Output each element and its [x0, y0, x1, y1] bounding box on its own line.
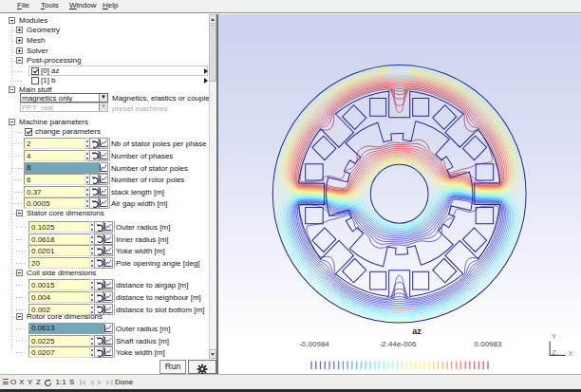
svg-text:-2.44e-006: -2.44e-006 — [380, 340, 417, 348]
svg-text:Y: Y — [552, 332, 556, 341]
svg-text:az: az — [412, 327, 422, 336]
svg-text:Z: Z — [552, 348, 556, 357]
svg-text:0.00983: 0.00983 — [475, 340, 502, 348]
svg-text:-0.00984: -0.00984 — [299, 340, 329, 348]
svg-text:X: X — [568, 349, 572, 358]
